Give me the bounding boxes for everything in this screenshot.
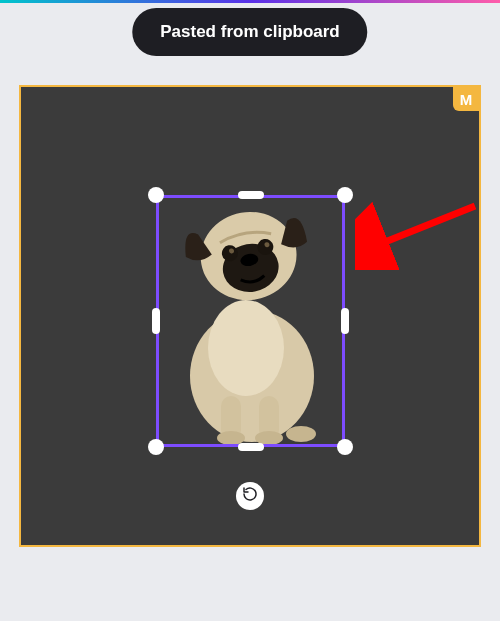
resize-handle-bottom[interactable]	[238, 443, 264, 451]
svg-point-6	[286, 426, 316, 442]
badge-letter: M	[460, 91, 473, 108]
toast-text: Pasted from clipboard	[160, 22, 339, 41]
resize-handle-bottom-right[interactable]	[337, 439, 353, 455]
rotate-button[interactable]	[236, 482, 264, 510]
resize-handle-left[interactable]	[152, 308, 160, 334]
resize-handle-top-right[interactable]	[337, 187, 353, 203]
resize-handle-bottom-left[interactable]	[148, 439, 164, 455]
toast-notification: Pasted from clipboard	[132, 8, 367, 56]
svg-point-1	[208, 300, 284, 396]
resize-handle-top[interactable]	[238, 191, 264, 199]
canvas[interactable]: M	[19, 85, 481, 547]
rotate-icon	[242, 486, 258, 506]
app-header-gradient	[0, 0, 500, 3]
selected-element[interactable]	[156, 195, 345, 447]
resize-handle-top-left[interactable]	[148, 187, 164, 203]
resize-handle-right[interactable]	[341, 308, 349, 334]
modified-badge: M	[453, 87, 479, 111]
pasted-image[interactable]	[159, 198, 342, 444]
